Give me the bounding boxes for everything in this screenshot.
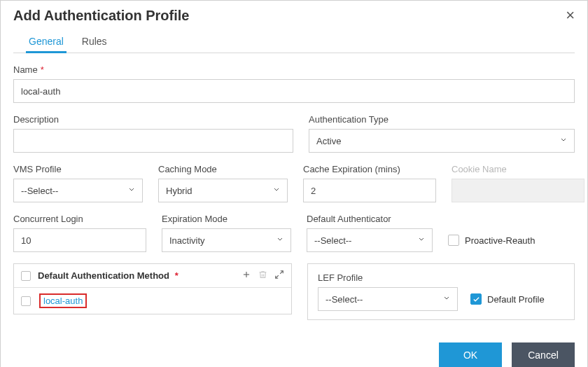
- checkbox-checked-icon: [470, 293, 482, 305]
- expiration-mode-select[interactable]: [162, 228, 291, 252]
- name-input[interactable]: [13, 79, 575, 103]
- field-lef-profile: LEF Profile: [318, 272, 458, 311]
- field-cache-exp: Cache Expiration (mins): [303, 164, 436, 202]
- label-concurrent-login: Concurrent Login: [13, 214, 146, 224]
- field-description: Description: [13, 114, 293, 153]
- label-default-profile: Default Profile: [487, 294, 545, 305]
- caching-mode-select[interactable]: [158, 179, 288, 202]
- panel-title: Default Authentication Method *: [38, 270, 178, 281]
- field-concurrent-login: Concurrent Login: [13, 214, 146, 252]
- label-expiration-mode: Expiration Mode: [162, 214, 291, 224]
- label-proactive-reauth: Proactive-Reauth: [465, 235, 535, 246]
- cache-exp-input[interactable]: [303, 179, 436, 202]
- select-all-checkbox[interactable]: [21, 271, 31, 281]
- description-input[interactable]: [13, 129, 293, 153]
- field-expiration-mode: Expiration Mode: [162, 214, 291, 252]
- dialog-body: Name* Description Authentication Type: [1, 53, 587, 333]
- row-checkbox[interactable]: [21, 296, 31, 306]
- label-vms-profile: VMS Profile: [13, 164, 143, 174]
- lef-profile-select[interactable]: [318, 287, 458, 311]
- label-auth-type: Authentication Type: [309, 114, 575, 125]
- field-auth-type: Authentication Type: [309, 114, 575, 153]
- default-authenticator-select[interactable]: [307, 228, 433, 252]
- auth-type-select[interactable]: [309, 129, 575, 153]
- ok-button[interactable]: OK: [439, 342, 502, 367]
- field-vms-profile: VMS Profile: [13, 164, 143, 202]
- checkbox-icon: [448, 235, 459, 246]
- field-name: Name*: [13, 64, 575, 103]
- dialog-header: Add Authentication Profile ×: [1, 1, 587, 27]
- label-default-authenticator: Default Authenticator: [307, 214, 433, 224]
- default-profile-checkbox[interactable]: Default Profile: [470, 287, 564, 311]
- field-default-authenticator: Default Authenticator: [307, 214, 433, 252]
- label-caching-mode: Caching Mode: [158, 164, 288, 174]
- method-name-link[interactable]: local-auth: [39, 293, 87, 308]
- svg-line-2: [280, 271, 283, 274]
- dialog-footer: OK Cancel: [1, 333, 587, 367]
- cookie-name-input: [451, 179, 584, 202]
- cancel-button[interactable]: Cancel: [512, 342, 575, 367]
- vms-profile-select[interactable]: [13, 179, 143, 202]
- svg-line-3: [276, 275, 279, 278]
- proactive-reauth-checkbox[interactable]: Proactive-Reauth: [448, 228, 575, 252]
- trash-icon[interactable]: [258, 270, 267, 282]
- label-name: Name*: [13, 64, 575, 75]
- panel-header: Default Authentication Method *: [14, 264, 291, 288]
- add-auth-profile-dialog: Add Authentication Profile × General Rul…: [0, 0, 588, 367]
- close-icon[interactable]: ×: [563, 6, 578, 25]
- concurrent-login-input[interactable]: [13, 228, 146, 252]
- table-row[interactable]: local-auth: [14, 288, 291, 314]
- tab-general[interactable]: General: [26, 32, 66, 53]
- label-lef-profile: LEF Profile: [318, 272, 458, 283]
- lef-profile-panel: LEF Profile Default Profile: [307, 263, 575, 320]
- expand-icon[interactable]: [274, 270, 284, 282]
- default-auth-method-panel: Default Authentication Method *: [13, 263, 292, 320]
- label-description: Description: [13, 114, 293, 125]
- label-cookie-name: Cookie Name: [451, 164, 584, 174]
- tabs: General Rules: [13, 27, 575, 53]
- field-proactive-reauth: Proactive-Reauth: [448, 214, 575, 252]
- tab-rules[interactable]: Rules: [79, 32, 110, 53]
- label-cache-exp: Cache Expiration (mins): [303, 164, 436, 174]
- field-caching-mode: Caching Mode: [158, 164, 288, 202]
- dialog-title: Add Authentication Profile: [13, 8, 189, 24]
- field-cookie-name: Cookie Name: [451, 164, 584, 202]
- plus-icon[interactable]: [241, 270, 251, 282]
